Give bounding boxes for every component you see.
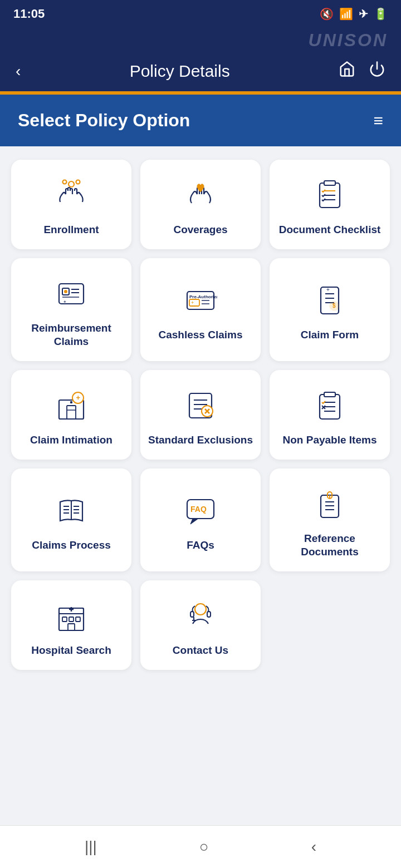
top-nav: ‹ Policy Details xyxy=(0,51,401,91)
contact-us-label: Contact Us xyxy=(173,644,228,658)
cashless-claims-label: Cashless Claims xyxy=(158,328,242,342)
logo-area: UNISON xyxy=(0,28,401,51)
svg-rect-68 xyxy=(69,617,74,622)
svg-text:$: $ xyxy=(332,303,336,309)
status-bar: 11:05 🔇 📶 ✈ 🔋 xyxy=(0,0,401,28)
page-title: Policy Details xyxy=(130,62,230,81)
svg-rect-75 xyxy=(207,611,211,617)
svg-rect-74 xyxy=(190,611,194,617)
claims-process-item[interactable]: Claims Process xyxy=(11,468,131,571)
non-payable-items-item[interactable]: Non Payable Items xyxy=(270,370,390,460)
svg-rect-5 xyxy=(324,181,335,185)
svg-text:+: + xyxy=(63,299,66,304)
home-button[interactable] xyxy=(339,61,355,81)
home-hardware-button[interactable]: ○ xyxy=(199,838,209,856)
enrollment-label: Enrollment xyxy=(43,223,99,237)
contact-us-icon xyxy=(180,596,221,636)
back-hardware-button[interactable]: ‹ xyxy=(311,838,316,856)
claim-form-label: Claim Form xyxy=(301,328,359,342)
recent-apps-button[interactable]: ||| xyxy=(85,838,97,856)
standard-exclusions-icon xyxy=(180,386,221,426)
non-payable-items-icon xyxy=(310,386,350,426)
claim-form-item[interactable]: $ + Claim Form xyxy=(270,258,390,361)
svg-point-73 xyxy=(195,604,206,615)
hamburger-menu[interactable]: ≡ xyxy=(373,111,383,130)
non-payable-items-label: Non Payable Items xyxy=(283,433,377,447)
cashless-claims-icon: Pre-Authorization + xyxy=(180,280,221,320)
svg-point-11 xyxy=(64,290,67,293)
logo-text: UNISON xyxy=(309,30,388,51)
contact-us-item[interactable]: Contact Us xyxy=(140,580,261,670)
coverages-label: Coverages xyxy=(173,223,227,237)
mute-icon: 🔇 xyxy=(320,7,334,21)
reimbursement-claims-icon: + xyxy=(51,274,91,314)
airplane-icon: ✈ xyxy=(359,7,368,21)
svg-text:Pre-Authorization: Pre-Authorization xyxy=(189,294,217,299)
svg-text:+: + xyxy=(76,393,81,402)
battery-icon: 🔋 xyxy=(374,7,388,21)
svg-text:+: + xyxy=(326,287,330,293)
reference-documents-icon xyxy=(310,484,350,524)
status-time: 11:05 xyxy=(13,7,45,21)
section-header: Select Policy Option ≡ xyxy=(0,95,401,146)
svg-rect-69 xyxy=(76,617,80,622)
svg-rect-70 xyxy=(68,624,75,630)
svg-point-3 xyxy=(76,180,80,184)
grid-container: Enrollment Coverages xyxy=(0,146,401,683)
standard-exclusions-label: Standard Exclusions xyxy=(148,433,253,447)
faqs-icon: FAQ xyxy=(180,491,221,531)
faqs-item[interactable]: FAQ FAQs xyxy=(140,468,261,571)
reimbursement-claims-label: Reimbursement Claims xyxy=(18,322,125,349)
hospital-search-label: Hospital Search xyxy=(31,644,111,658)
enrollment-icon xyxy=(51,175,91,215)
nav-icons xyxy=(339,61,385,81)
policy-options-grid: Enrollment Coverages xyxy=(11,160,390,670)
claim-form-icon: $ + xyxy=(310,280,350,320)
bottom-nav: ||| ○ ‹ xyxy=(0,825,401,868)
claim-intimation-label: Claim Intimation xyxy=(30,433,113,447)
svg-rect-67 xyxy=(62,617,67,622)
claim-intimation-item[interactable]: + Claim Intimation xyxy=(11,370,131,460)
reference-documents-item[interactable]: Reference Documents xyxy=(270,468,390,571)
document-checklist-item[interactable]: Document Checklist xyxy=(270,160,390,249)
status-icons: 🔇 📶 ✈ 🔋 xyxy=(320,7,388,21)
claims-process-icon xyxy=(51,491,91,531)
back-button[interactable]: ‹ xyxy=(16,62,21,80)
wifi-icon: 📶 xyxy=(339,7,353,21)
svg-point-1 xyxy=(69,181,74,187)
section-title: Select Policy Option xyxy=(18,110,190,131)
cashless-claims-item[interactable]: Pre-Authorization + Cashless Claims xyxy=(140,258,261,361)
hospital-search-item[interactable]: Hospital Search xyxy=(11,580,131,670)
enrollment-item[interactable]: Enrollment xyxy=(11,160,131,249)
svg-rect-30 xyxy=(67,406,76,419)
svg-text:FAQ: FAQ xyxy=(190,505,207,514)
faqs-label: FAQs xyxy=(187,539,214,553)
standard-exclusions-item[interactable]: Standard Exclusions xyxy=(140,370,261,460)
svg-rect-44 xyxy=(324,392,335,397)
hospital-search-icon xyxy=(51,596,91,636)
svg-point-2 xyxy=(63,180,67,184)
svg-text:+: + xyxy=(191,300,194,305)
claim-intimation-icon: + xyxy=(51,386,91,426)
reimbursement-claims-item[interactable]: + Reimbursement Claims xyxy=(11,258,131,361)
reference-documents-label: Reference Documents xyxy=(276,532,383,559)
document-checklist-label: Document Checklist xyxy=(279,223,381,237)
power-button[interactable] xyxy=(369,61,385,81)
document-checklist-icon xyxy=(310,175,350,215)
claims-process-label: Claims Process xyxy=(32,539,111,553)
coverages-item[interactable]: Coverages xyxy=(140,160,261,249)
coverages-icon xyxy=(180,175,221,215)
